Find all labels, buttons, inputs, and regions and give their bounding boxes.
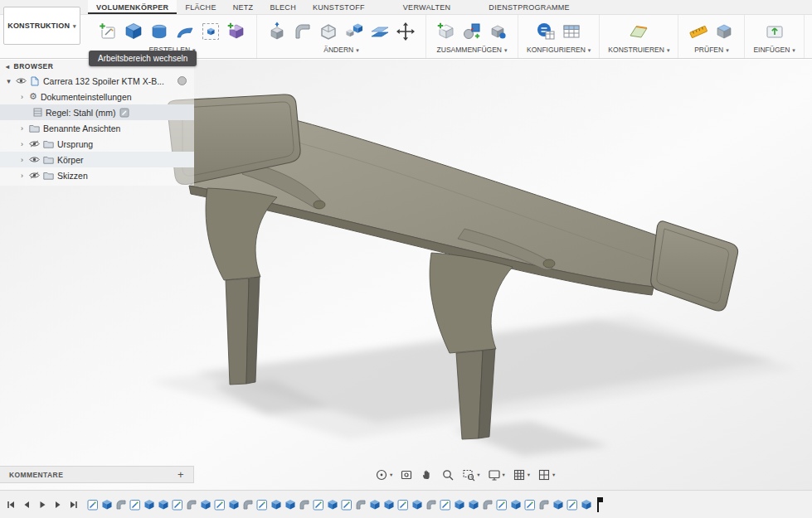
insert-button[interactable] xyxy=(763,19,786,44)
timeline-feature-extrude-icon[interactable] xyxy=(143,499,155,511)
timeline-feature-sketch-icon[interactable] xyxy=(341,499,353,511)
timeline-step-back-button[interactable] xyxy=(22,500,32,510)
change-rule-icon[interactable] xyxy=(119,108,129,118)
timeline-skip-start-button[interactable] xyxy=(6,500,16,510)
pan-hand-button[interactable] xyxy=(421,468,434,482)
timeline-feature-sketch-icon[interactable] xyxy=(87,499,99,511)
pruefen-menu[interactable]: PRÜFEN ▾ xyxy=(694,46,728,54)
comments-bar[interactable]: KOMMENTARE + xyxy=(0,466,194,483)
offset-face-button[interactable] xyxy=(368,19,391,44)
timeline-feature-sketch-icon[interactable] xyxy=(397,499,409,511)
zoom-button[interactable] xyxy=(441,468,455,482)
tree-collapsed-icon[interactable]: › xyxy=(18,156,26,164)
joint-button[interactable] xyxy=(460,19,484,44)
konfigurieren-menu[interactable]: KONFIGURIEREN ▾ xyxy=(527,46,591,54)
timeline-feature-fillet-icon[interactable] xyxy=(425,499,437,511)
sweep-button[interactable] xyxy=(173,19,197,44)
timeline-feature-extrude-icon[interactable] xyxy=(369,499,381,511)
timeline-feature-fillet-icon[interactable] xyxy=(115,499,127,511)
timeline-feature-fillet-icon[interactable] xyxy=(482,499,494,511)
shell-button[interactable] xyxy=(317,19,340,44)
browser-row-named-views[interactable]: › Benannte Ansichten xyxy=(0,120,194,136)
timeline-feature-extrude-icon[interactable] xyxy=(327,499,338,511)
timeline-feature-sketch-icon[interactable] xyxy=(313,499,324,511)
press-pull-button[interactable] xyxy=(265,19,289,44)
create-form-button[interactable] xyxy=(225,19,248,44)
construction-plane-button[interactable] xyxy=(627,19,650,44)
timeline-feature-sketch-icon[interactable] xyxy=(256,499,268,511)
timeline-feature-sketch-icon[interactable] xyxy=(440,499,451,511)
left-strut[interactable] xyxy=(206,188,277,385)
browser-row-origin[interactable]: › Ursprung xyxy=(0,136,194,152)
configure-button[interactable] xyxy=(534,19,557,44)
timeline-feature-sketch-icon[interactable] xyxy=(524,499,536,511)
timeline-feature-extrude-icon[interactable] xyxy=(228,499,240,511)
add-comment-button[interactable]: + xyxy=(177,468,184,481)
timeline-feature-extrude-icon[interactable] xyxy=(581,499,592,511)
look-at-button[interactable] xyxy=(400,468,413,482)
tree-collapsed-icon[interactable]: › xyxy=(18,124,26,133)
fillet-button[interactable] xyxy=(291,19,314,44)
timeline-feature-sketch-icon[interactable] xyxy=(214,499,226,511)
timeline-feature-extrude-icon[interactable] xyxy=(270,499,282,511)
create-sketch-button[interactable] xyxy=(96,19,119,44)
timeline-feature-extrude-icon[interactable] xyxy=(552,499,564,511)
as-built-joint-button[interactable] xyxy=(486,19,509,44)
configuration-table-button[interactable] xyxy=(560,19,583,44)
browser-row-sketches[interactable]: › Skizzen xyxy=(0,167,194,183)
timeline-feature-extrude-icon[interactable] xyxy=(200,499,212,511)
timeline-play-button[interactable] xyxy=(37,500,47,510)
timeline-feature-extrude-icon[interactable] xyxy=(101,499,113,511)
timeline-feature-sketch-icon[interactable] xyxy=(129,499,141,511)
timeline-feature-sketch-icon[interactable] xyxy=(172,499,183,511)
tab-netz[interactable]: NETZ xyxy=(225,0,262,14)
konstruieren-menu[interactable]: KONSTRUIEREN ▾ xyxy=(608,46,669,54)
combine-button[interactable] xyxy=(343,19,366,44)
grid-settings-button[interactable]: ▾ xyxy=(513,468,530,482)
tab-blech[interactable]: BLECH xyxy=(261,0,304,14)
tab-kunststoff[interactable]: KUNSTSTOFF xyxy=(304,0,373,14)
zoom-window-button[interactable]: ▾ xyxy=(462,468,479,482)
measure-button[interactable] xyxy=(687,19,710,44)
timeline-feature-extrude-icon[interactable] xyxy=(411,499,423,511)
timeline-feature-extrude-icon[interactable] xyxy=(510,499,522,511)
aendern-menu[interactable]: ÄNDERN ▾ xyxy=(323,46,358,54)
browser-row-document-settings[interactable]: › ⚙ Dokumenteinstellungen xyxy=(0,89,194,104)
right-endplate[interactable] xyxy=(651,221,738,311)
tab-verwalten[interactable]: VERWALTEN xyxy=(395,0,459,14)
timeline-feature-extrude-icon[interactable] xyxy=(468,499,479,511)
move-copy-button[interactable] xyxy=(394,19,417,44)
timeline-feature-fillet-icon[interactable] xyxy=(538,499,550,511)
tab-dienstprogramme[interactable]: DIENSTPROGRAMME xyxy=(480,0,578,14)
extrude-button[interactable] xyxy=(122,19,145,44)
visibility-eye-off-icon[interactable] xyxy=(29,140,40,148)
visibility-eye-icon[interactable] xyxy=(29,156,40,163)
tree-collapsed-icon[interactable]: › xyxy=(18,172,26,180)
orbit-button[interactable]: ▾ xyxy=(375,468,392,482)
timeline-feature-fillet-icon[interactable] xyxy=(355,499,367,511)
timeline-feature-sketch-icon[interactable] xyxy=(566,499,578,511)
timeline-feature-extrude-icon[interactable] xyxy=(284,499,296,511)
new-component-button[interactable] xyxy=(435,19,458,44)
tree-collapsed-icon[interactable]: › xyxy=(18,140,26,148)
visibility-eye-icon[interactable] xyxy=(16,77,27,85)
tab-volumenkoerper[interactable]: VOLUMENKÖRPER xyxy=(88,0,177,14)
timeline-skip-end-button[interactable] xyxy=(69,500,79,510)
timeline-feature-extrude-icon[interactable] xyxy=(158,499,169,511)
timeline-feature-fillet-icon[interactable] xyxy=(242,499,254,511)
viewports-button[interactable]: ▾ xyxy=(537,468,555,482)
timeline-feature-fillet-icon[interactable] xyxy=(299,499,310,511)
tree-expand-icon[interactable]: ▾ xyxy=(5,77,12,85)
panel-collapse-icon[interactable]: ◂ xyxy=(6,63,10,70)
tab-flaeche[interactable]: FLÄCHE xyxy=(177,0,224,14)
browser-row-bodies[interactable]: › Körper xyxy=(0,152,194,167)
tree-collapsed-icon[interactable]: › xyxy=(18,93,26,101)
zusammenfuegen-menu[interactable]: ZUSAMMENFÜGEN ▾ xyxy=(437,46,508,54)
revolve-button[interactable] xyxy=(148,19,171,44)
timeline-feature-extrude-icon[interactable] xyxy=(454,499,465,511)
workspace-selector-button[interactable]: KONSTRUKTION ▾ xyxy=(3,7,80,45)
einfuegen-menu[interactable]: EINFÜGEN ▾ xyxy=(753,46,795,54)
timeline-playhead[interactable] xyxy=(597,497,599,512)
timeline-step-forward-button[interactable] xyxy=(53,500,63,510)
timeline-feature-extrude-icon[interactable] xyxy=(383,499,395,511)
